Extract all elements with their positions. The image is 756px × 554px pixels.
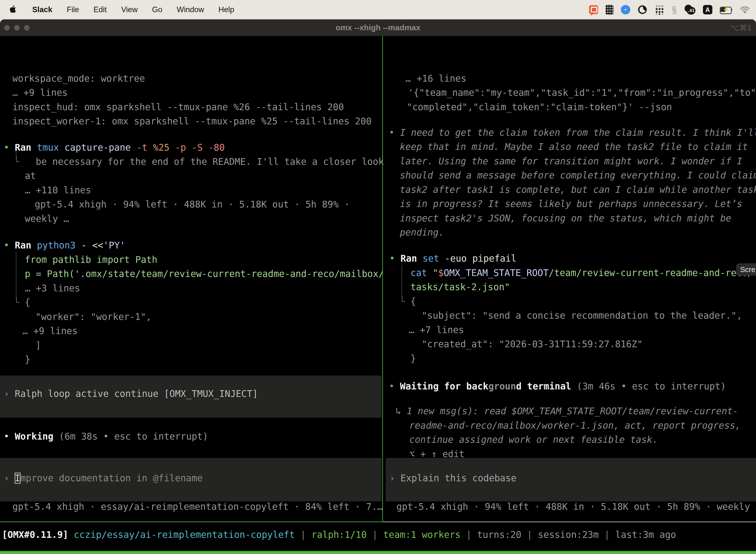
squiggle-icon[interactable]: § (672, 4, 677, 15)
terminal-text-segment: capture-pane (64, 142, 136, 153)
terminal-text-segment: ralph:1/10 (311, 530, 372, 540)
terminal-text-segment: at (25, 170, 36, 181)
terminal-text-segment: -S (191, 142, 208, 153)
screenshot-overlay-chip: Scre (736, 263, 756, 276)
menu-app-name[interactable]: Slack (32, 5, 52, 14)
terminal-text-segment: /team/review-current-readme-and-reco/ (549, 268, 753, 278)
terminal-line: } (411, 353, 416, 364)
terminal-text-segment: << (92, 240, 103, 251)
terminal-text-segment: set (423, 253, 445, 264)
menu-item-edit[interactable]: Edit (93, 5, 107, 14)
input-source-icon[interactable]: A (703, 5, 712, 14)
keyboard-icon[interactable] (606, 5, 613, 15)
terminal-text-segment: [OMX#0.11.9] (2, 530, 74, 540)
tmux-status-bar: [omx-cczip0:bash* "MacBook-Pro-44.local"… (0, 551, 756, 554)
terminal-text-segment: 1 new msg(s): read $OMX_TEAM_STATE_ROOT/… (407, 406, 738, 417)
terminal-text-segment: workspace_mode: worktree (12, 73, 145, 84)
composer-input-right[interactable]: › Explain this codebase (389, 473, 516, 484)
menu-item-window[interactable]: Window (177, 5, 204, 14)
terminal-line: … +9 lines (12, 88, 68, 98)
terminal-text-segment: { (25, 297, 30, 308)
terminal-text-segment: gpt-5.4 xhigh · 94% left · 488K in · 5.1… (35, 199, 350, 210)
messenger-icon[interactable] (621, 5, 630, 14)
terminal-line: should send a message before completing … (400, 170, 756, 181)
terminal-text-segment: -80 (208, 142, 225, 153)
terminal-line: tasks/task-2.json" (411, 282, 510, 293)
tree-guide-line (401, 265, 402, 298)
terminal-text-segment: team:1 workers (383, 530, 466, 540)
screen: Slack FileEditViewGoWindowHelp § (0, 0, 756, 554)
terminal-text-segment: "worker": "worker-1", (36, 312, 151, 322)
menu-item-file[interactable]: File (67, 5, 79, 14)
terminal-text-segment: session:23m (538, 530, 604, 540)
terminal-line: • Ran python3 - <<'PY' (4, 240, 125, 251)
terminal-line: } (25, 354, 30, 365)
terminal-line: continue assigned work or next feasible … (409, 434, 658, 445)
apple-menu-icon[interactable] (9, 5, 18, 15)
terminal-text-segment: | (527, 530, 538, 540)
terminal-text-segment: - (81, 240, 92, 251)
terminal-text-segment: gpt-5.4 xhigh · 94% left · 488K in · 5.1… (396, 501, 756, 512)
menu-status-icons: § ..61 A ⚡ (589, 4, 756, 15)
terminal-text-segment: ⌥ + ↑ edit (409, 449, 464, 459)
terminal-line: └ be necessary for the end of the README… (14, 156, 384, 167)
terminal-text-segment: %25 (153, 142, 175, 153)
terminal-line: keep that in mind. Maybe I also need the… (400, 142, 748, 152)
terminal-text-segment: cat (411, 268, 433, 278)
queued-message[interactable]: › Ralph loop active continue [OMX_TMUX_I… (4, 388, 258, 399)
terminal-text-segment: { (411, 296, 416, 307)
chat-app-icon[interactable] (589, 5, 598, 14)
terminal-text-segment: last:3m ago (615, 530, 676, 540)
terminal-line: • Working (6m 38s • esc to interrupt) (4, 431, 208, 442)
terminal-line: • Waiting for background terminal (3m 46… (389, 381, 726, 392)
terminal-text-segment: readme-and-reco/mailbox/worker-1.json, a… (409, 420, 741, 431)
terminal-line: is in progress? It seems likely but perh… (400, 199, 742, 210)
terminal-text-segment: mprove documentation in @filename (20, 473, 203, 484)
terminal-text-segment: tasks/task-2.json" (411, 282, 510, 292)
badge-61-icon[interactable]: ..61 (684, 5, 695, 15)
terminal-text-segment: inspect_hud: omx sparkshell --tmux-pane … (12, 102, 344, 112)
terminal-text-segment: p = Path('.omx/state/team/review-current… (25, 269, 384, 279)
terminal-line: … +7 lines (409, 325, 464, 336)
terminal-text-segment: continue assigned work or next feasible … (409, 434, 658, 445)
menu-item-view[interactable]: View (121, 5, 138, 14)
terminal-text-segment: Waiting for back (400, 381, 488, 392)
badge-count: ..61 (687, 7, 695, 15)
tree-guide-line (16, 252, 16, 299)
composer-input-left[interactable]: › Improve documentation in @filename (4, 473, 203, 484)
terminal-line: ] (36, 340, 41, 351)
terminal-text-segment: Explain this codebase (400, 473, 517, 484)
terminal-text-segment: should send a message before completing … (400, 170, 756, 181)
terminal-line: • I need to get the claim token from the… (389, 127, 756, 138)
terminal-text-segment: Ralph loop active continue [OMX_TMUX_INJ… (15, 388, 258, 399)
terminal-text-segment: ] (36, 340, 41, 351)
menu-item-go[interactable]: Go (152, 5, 162, 14)
terminal-text-segment: … +9 lines (12, 88, 68, 98)
terminal-text-segment: … +3 lines (25, 283, 80, 294)
terminal-text-segment: (3m 46s • esc to interrupt) (577, 381, 726, 392)
terminal-text-segment: | (604, 530, 615, 540)
omx-status-bar: [OMX#0.11.9] cczip/essay/ai-reimplementa… (2, 530, 676, 540)
dots-grid-icon[interactable] (654, 4, 665, 15)
pane-divider-vertical[interactable] (382, 36, 383, 522)
terminal-text-segment: └ (14, 156, 36, 167)
terminal-text-segment: -euo pipefail (445, 253, 517, 264)
terminal-line: gpt-5.4 xhigh · 94% left · 488K in · 5.1… (35, 199, 350, 210)
pane-border-bottom-left (0, 521, 382, 522)
terminal-line: └ { (399, 296, 416, 307)
terminal-line: ⌥ + ↑ edit (409, 449, 464, 460)
terminal-text-segment: task2 after task1 is complete, but can I… (400, 184, 756, 195)
terminal-text-segment: pending. (400, 227, 444, 238)
battery-icon[interactable]: ⚡ (720, 7, 732, 13)
moon-circle-icon[interactable] (638, 5, 647, 14)
terminal-line: at (25, 170, 36, 181)
terminal-line: … +16 lines (405, 73, 466, 84)
menu-item-help[interactable]: Help (218, 5, 234, 14)
terminal-text-segment: OMX_TEAM_STATE_ROOT (444, 268, 549, 278)
wifi-icon[interactable] (740, 6, 750, 14)
terminal-line: pending. (400, 227, 444, 238)
terminal-text-segment: "created_at": "2026-03-31T11:59:27.816Z" (422, 339, 643, 349)
menu-bar: Slack FileEditViewGoWindowHelp § (0, 0, 756, 19)
terminal-text-segment: " (433, 268, 438, 278)
terminal-text-segment: I need to get the claim token from the c… (400, 127, 756, 138)
